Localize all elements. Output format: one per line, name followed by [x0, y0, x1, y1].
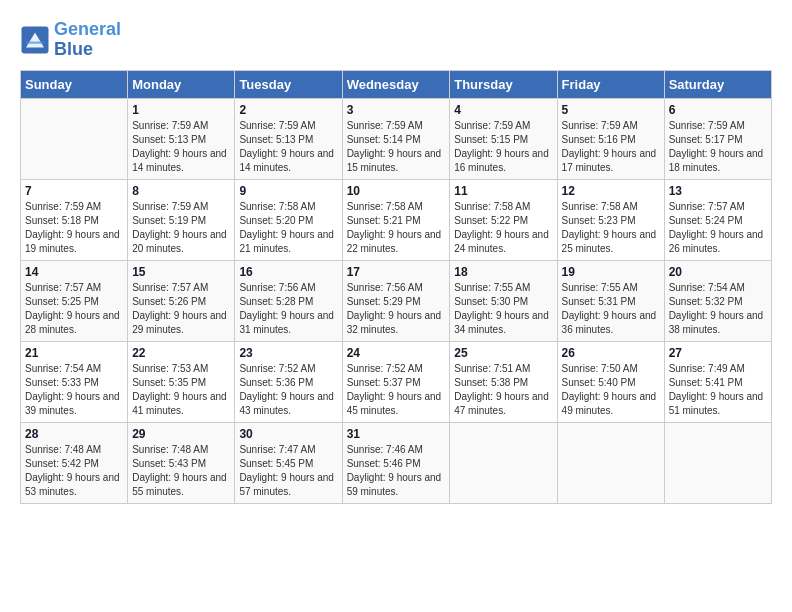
day-number: 20 — [669, 265, 767, 279]
day-info: Sunrise: 7:59 AM Sunset: 5:19 PM Dayligh… — [132, 200, 230, 256]
day-info: Sunrise: 7:57 AM Sunset: 5:25 PM Dayligh… — [25, 281, 123, 337]
calendar-cell: 15Sunrise: 7:57 AM Sunset: 5:26 PM Dayli… — [128, 260, 235, 341]
weekday-header: Sunday — [21, 70, 128, 98]
day-number: 3 — [347, 103, 446, 117]
calendar-week-row: 28Sunrise: 7:48 AM Sunset: 5:42 PM Dayli… — [21, 422, 772, 503]
logo: General Blue — [20, 20, 121, 60]
calendar-table: SundayMondayTuesdayWednesdayThursdayFrid… — [20, 70, 772, 504]
logo-text: General Blue — [54, 20, 121, 60]
calendar-cell: 23Sunrise: 7:52 AM Sunset: 5:36 PM Dayli… — [235, 341, 342, 422]
calendar-cell — [450, 422, 557, 503]
calendar-cell — [21, 98, 128, 179]
day-number: 15 — [132, 265, 230, 279]
day-number: 12 — [562, 184, 660, 198]
day-info: Sunrise: 7:52 AM Sunset: 5:37 PM Dayligh… — [347, 362, 446, 418]
calendar-cell: 25Sunrise: 7:51 AM Sunset: 5:38 PM Dayli… — [450, 341, 557, 422]
day-info: Sunrise: 7:58 AM Sunset: 5:23 PM Dayligh… — [562, 200, 660, 256]
logo-icon — [20, 25, 50, 55]
day-number: 6 — [669, 103, 767, 117]
calendar-week-row: 21Sunrise: 7:54 AM Sunset: 5:33 PM Dayli… — [21, 341, 772, 422]
day-number: 28 — [25, 427, 123, 441]
calendar-cell: 16Sunrise: 7:56 AM Sunset: 5:28 PM Dayli… — [235, 260, 342, 341]
weekday-header: Tuesday — [235, 70, 342, 98]
day-info: Sunrise: 7:55 AM Sunset: 5:31 PM Dayligh… — [562, 281, 660, 337]
calendar-body: 1Sunrise: 7:59 AM Sunset: 5:13 PM Daylig… — [21, 98, 772, 503]
day-info: Sunrise: 7:57 AM Sunset: 5:24 PM Dayligh… — [669, 200, 767, 256]
calendar-cell: 26Sunrise: 7:50 AM Sunset: 5:40 PM Dayli… — [557, 341, 664, 422]
calendar-cell: 28Sunrise: 7:48 AM Sunset: 5:42 PM Dayli… — [21, 422, 128, 503]
calendar-cell: 7Sunrise: 7:59 AM Sunset: 5:18 PM Daylig… — [21, 179, 128, 260]
day-info: Sunrise: 7:52 AM Sunset: 5:36 PM Dayligh… — [239, 362, 337, 418]
calendar-cell: 10Sunrise: 7:58 AM Sunset: 5:21 PM Dayli… — [342, 179, 450, 260]
day-info: Sunrise: 7:53 AM Sunset: 5:35 PM Dayligh… — [132, 362, 230, 418]
day-number: 7 — [25, 184, 123, 198]
day-info: Sunrise: 7:58 AM Sunset: 5:20 PM Dayligh… — [239, 200, 337, 256]
day-info: Sunrise: 7:54 AM Sunset: 5:33 PM Dayligh… — [25, 362, 123, 418]
day-info: Sunrise: 7:59 AM Sunset: 5:18 PM Dayligh… — [25, 200, 123, 256]
day-info: Sunrise: 7:58 AM Sunset: 5:21 PM Dayligh… — [347, 200, 446, 256]
day-info: Sunrise: 7:54 AM Sunset: 5:32 PM Dayligh… — [669, 281, 767, 337]
weekday-header: Saturday — [664, 70, 771, 98]
calendar-cell: 6Sunrise: 7:59 AM Sunset: 5:17 PM Daylig… — [664, 98, 771, 179]
day-number: 21 — [25, 346, 123, 360]
calendar-cell: 9Sunrise: 7:58 AM Sunset: 5:20 PM Daylig… — [235, 179, 342, 260]
day-number: 27 — [669, 346, 767, 360]
day-number: 13 — [669, 184, 767, 198]
day-number: 18 — [454, 265, 552, 279]
day-number: 24 — [347, 346, 446, 360]
day-info: Sunrise: 7:59 AM Sunset: 5:16 PM Dayligh… — [562, 119, 660, 175]
calendar-week-row: 1Sunrise: 7:59 AM Sunset: 5:13 PM Daylig… — [21, 98, 772, 179]
day-info: Sunrise: 7:48 AM Sunset: 5:42 PM Dayligh… — [25, 443, 123, 499]
calendar-header: SundayMondayTuesdayWednesdayThursdayFrid… — [21, 70, 772, 98]
day-number: 14 — [25, 265, 123, 279]
day-number: 1 — [132, 103, 230, 117]
weekday-header: Friday — [557, 70, 664, 98]
weekday-header: Thursday — [450, 70, 557, 98]
day-info: Sunrise: 7:56 AM Sunset: 5:29 PM Dayligh… — [347, 281, 446, 337]
day-number: 5 — [562, 103, 660, 117]
day-info: Sunrise: 7:59 AM Sunset: 5:14 PM Dayligh… — [347, 119, 446, 175]
calendar-cell: 14Sunrise: 7:57 AM Sunset: 5:25 PM Dayli… — [21, 260, 128, 341]
day-number: 31 — [347, 427, 446, 441]
day-info: Sunrise: 7:50 AM Sunset: 5:40 PM Dayligh… — [562, 362, 660, 418]
day-number: 16 — [239, 265, 337, 279]
day-info: Sunrise: 7:59 AM Sunset: 5:17 PM Dayligh… — [669, 119, 767, 175]
calendar-cell: 8Sunrise: 7:59 AM Sunset: 5:19 PM Daylig… — [128, 179, 235, 260]
calendar-cell: 12Sunrise: 7:58 AM Sunset: 5:23 PM Dayli… — [557, 179, 664, 260]
day-info: Sunrise: 7:47 AM Sunset: 5:45 PM Dayligh… — [239, 443, 337, 499]
day-info: Sunrise: 7:59 AM Sunset: 5:15 PM Dayligh… — [454, 119, 552, 175]
day-number: 9 — [239, 184, 337, 198]
calendar-cell — [664, 422, 771, 503]
day-number: 22 — [132, 346, 230, 360]
calendar-cell — [557, 422, 664, 503]
day-number: 10 — [347, 184, 446, 198]
day-number: 17 — [347, 265, 446, 279]
day-info: Sunrise: 7:59 AM Sunset: 5:13 PM Dayligh… — [239, 119, 337, 175]
day-info: Sunrise: 7:57 AM Sunset: 5:26 PM Dayligh… — [132, 281, 230, 337]
calendar-cell: 20Sunrise: 7:54 AM Sunset: 5:32 PM Dayli… — [664, 260, 771, 341]
day-info: Sunrise: 7:59 AM Sunset: 5:13 PM Dayligh… — [132, 119, 230, 175]
calendar-cell: 3Sunrise: 7:59 AM Sunset: 5:14 PM Daylig… — [342, 98, 450, 179]
calendar-cell: 24Sunrise: 7:52 AM Sunset: 5:37 PM Dayli… — [342, 341, 450, 422]
day-info: Sunrise: 7:49 AM Sunset: 5:41 PM Dayligh… — [669, 362, 767, 418]
calendar-cell: 17Sunrise: 7:56 AM Sunset: 5:29 PM Dayli… — [342, 260, 450, 341]
day-info: Sunrise: 7:46 AM Sunset: 5:46 PM Dayligh… — [347, 443, 446, 499]
calendar-cell: 22Sunrise: 7:53 AM Sunset: 5:35 PM Dayli… — [128, 341, 235, 422]
day-number: 2 — [239, 103, 337, 117]
calendar-cell: 19Sunrise: 7:55 AM Sunset: 5:31 PM Dayli… — [557, 260, 664, 341]
day-number: 29 — [132, 427, 230, 441]
calendar-cell: 1Sunrise: 7:59 AM Sunset: 5:13 PM Daylig… — [128, 98, 235, 179]
calendar-cell: 29Sunrise: 7:48 AM Sunset: 5:43 PM Dayli… — [128, 422, 235, 503]
calendar-week-row: 7Sunrise: 7:59 AM Sunset: 5:18 PM Daylig… — [21, 179, 772, 260]
day-info: Sunrise: 7:51 AM Sunset: 5:38 PM Dayligh… — [454, 362, 552, 418]
page-header: General Blue — [20, 20, 772, 60]
day-number: 30 — [239, 427, 337, 441]
weekday-header: Monday — [128, 70, 235, 98]
day-number: 19 — [562, 265, 660, 279]
calendar-cell: 2Sunrise: 7:59 AM Sunset: 5:13 PM Daylig… — [235, 98, 342, 179]
day-number: 8 — [132, 184, 230, 198]
calendar-cell: 21Sunrise: 7:54 AM Sunset: 5:33 PM Dayli… — [21, 341, 128, 422]
calendar-cell: 13Sunrise: 7:57 AM Sunset: 5:24 PM Dayli… — [664, 179, 771, 260]
svg-rect-2 — [26, 41, 44, 43]
calendar-week-row: 14Sunrise: 7:57 AM Sunset: 5:25 PM Dayli… — [21, 260, 772, 341]
